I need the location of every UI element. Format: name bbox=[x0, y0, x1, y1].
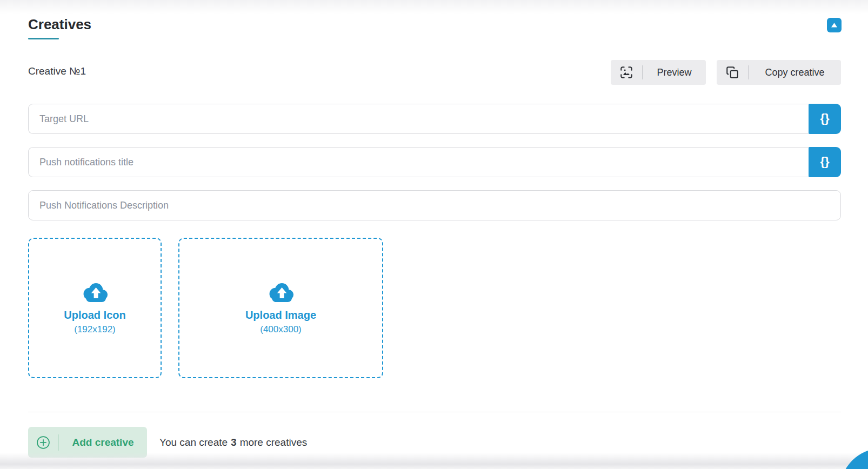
macro-button-push-title[interactable]: {} bbox=[809, 147, 841, 177]
add-creative-button-label: Add creative bbox=[59, 437, 147, 448]
title-underline bbox=[28, 38, 59, 39]
preview-button-label: Preview bbox=[643, 67, 706, 78]
preview-button[interactable]: Preview bbox=[611, 60, 706, 85]
push-description-input[interactable] bbox=[28, 190, 841, 220]
creatives-section: Creatives Creative №1 Preview bbox=[0, 0, 868, 469]
push-description-row bbox=[28, 190, 841, 220]
copy-icon bbox=[717, 65, 748, 79]
upload-image-size: (400x300) bbox=[260, 324, 302, 335]
target-url-row: {} bbox=[28, 104, 841, 134]
braces-icon: {} bbox=[820, 155, 829, 169]
cloud-upload-icon bbox=[81, 281, 110, 305]
copy-creative-button[interactable]: Copy creative bbox=[717, 60, 841, 85]
collapse-section-button[interactable] bbox=[827, 18, 842, 32]
note-suffix: more creatives bbox=[240, 437, 308, 448]
upload-icon-size: (192x192) bbox=[74, 324, 116, 335]
note-prefix: You can create bbox=[159, 437, 228, 448]
section-divider bbox=[28, 412, 841, 412]
upload-image-label: Upload Image bbox=[245, 309, 316, 321]
image-icon bbox=[611, 65, 642, 79]
add-creative-button[interactable]: Add creative bbox=[28, 427, 147, 458]
macro-button-target-url[interactable]: {} bbox=[809, 104, 841, 134]
copy-creative-button-label: Copy creative bbox=[749, 67, 841, 78]
note-count: 3 bbox=[231, 437, 237, 448]
page-title: Creatives bbox=[28, 16, 91, 33]
creative-number-label: Creative №1 bbox=[28, 65, 86, 77]
plus-circle-icon bbox=[28, 435, 58, 450]
floating-action-circle[interactable] bbox=[840, 448, 868, 469]
braces-icon: {} bbox=[820, 111, 829, 125]
push-title-input[interactable] bbox=[28, 147, 809, 177]
creatives-limit-note: You can create 3 more creatives bbox=[159, 427, 307, 458]
push-title-row: {} bbox=[28, 147, 841, 177]
top-edge-fade bbox=[0, 0, 868, 14]
target-url-input[interactable] bbox=[28, 104, 809, 134]
upload-image-dropzone[interactable]: Upload Image (400x300) bbox=[178, 238, 383, 378]
chevron-up-icon bbox=[831, 21, 838, 30]
cloud-upload-icon bbox=[266, 281, 296, 305]
upload-icon-dropzone[interactable]: Upload Icon (192x192) bbox=[28, 238, 162, 378]
upload-icon-label: Upload Icon bbox=[64, 309, 125, 321]
